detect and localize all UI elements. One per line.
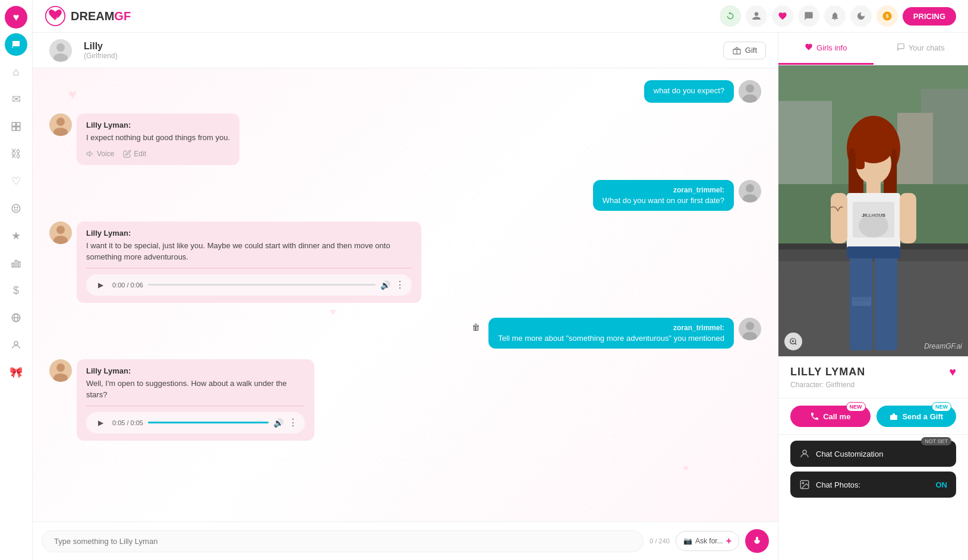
customize-label: Chat Customization	[816, 450, 883, 458]
sidebar-item-profile[interactable]: ♥	[5, 6, 27, 29]
sidebar-item-dollar[interactable]: $	[5, 279, 27, 302]
refresh-btn[interactable]	[720, 5, 741, 27]
delete-icon[interactable]: 🗑	[472, 322, 480, 332]
girl-name-row: LILLY LYMAN ♥	[790, 365, 956, 379]
chat-panel: Lilly (Girlfriend) Gift ♥ ♥ ♥ ♥ ♥ ♥	[33, 33, 778, 560]
not-set-badge: NOT SET	[921, 437, 951, 445]
sidebar-item-home[interactable]: ⌂	[5, 61, 27, 83]
gift-new-badge: NEW	[932, 402, 951, 412]
watermark: DreamGF.ai	[924, 342, 962, 350]
right-tabs: Girls info Your chats	[778, 33, 968, 65]
sidebar-item-gallery[interactable]	[5, 115, 27, 138]
chat-header-avatar	[49, 39, 72, 62]
chat-input[interactable]	[42, 530, 644, 552]
user-btn[interactable]	[746, 5, 767, 27]
audio-time: 0:05 / 0:05	[112, 419, 143, 426]
sidebar-item-ribbon[interactable]: 🎀	[5, 361, 27, 384]
message-actions: Voice Edit	[86, 150, 230, 158]
tab-girls-info-label: Girls info	[816, 43, 847, 52]
messages-btn[interactable]	[798, 5, 819, 27]
chats-icon	[897, 43, 905, 53]
sender-name: Lilly Lyman:	[86, 229, 412, 238]
ask-label: Ask for...	[695, 537, 723, 545]
svg-point-58	[859, 214, 888, 238]
mic-button[interactable]	[745, 529, 769, 553]
logo-gf: GF	[114, 10, 131, 23]
svg-point-6	[17, 207, 18, 208]
sidebar-item-avatar[interactable]	[5, 334, 27, 356]
user-bubble: 🗑 zoran_trimmel: Tell me more about "som…	[488, 318, 734, 349]
sender-name: zoran_trimmel:	[498, 324, 724, 332]
sender-name: Lilly Lyman:	[86, 121, 230, 129]
pricing-btn[interactable]: PRICING	[903, 7, 956, 26]
svg-rect-9	[18, 262, 20, 267]
user-avatar	[739, 80, 761, 103]
logo-icon	[45, 5, 66, 27]
app-logo: DREAMGF	[45, 5, 131, 27]
chat-input-area: 0 / 240 📷 Ask for... +	[33, 521, 778, 560]
sidebar-item-messages[interactable]: ✉	[5, 88, 27, 110]
photos-label: Chat Photos:	[816, 480, 860, 489]
play-btn[interactable]: ▶	[93, 416, 108, 430]
volume-icon[interactable]: 🔊	[273, 418, 283, 428]
camera-icon: 📷	[683, 537, 692, 545]
play-btn[interactable]: ▶	[93, 278, 108, 292]
svg-rect-3	[17, 127, 20, 131]
more-options[interactable]: ⋮	[395, 279, 405, 290]
message-text: What do you want on our first date?	[603, 196, 724, 205]
favorite-heart-icon[interactable]: ♥	[949, 365, 956, 379]
svg-rect-1	[17, 122, 20, 126]
sidebar-item-face[interactable]	[5, 197, 27, 220]
gift-button[interactable]: Gift	[723, 42, 766, 59]
chat-photos-button[interactable]: Chat Photos: ON	[790, 472, 956, 498]
svg-text:$: $	[886, 14, 889, 19]
sidebar-item-chart[interactable]	[5, 252, 27, 274]
volume-icon[interactable]: 🔊	[380, 280, 390, 290]
girls-info-icon	[805, 43, 813, 53]
bot-avatar	[49, 359, 72, 382]
user-avatar	[739, 318, 761, 340]
chat-header-name: Lilly	[84, 41, 118, 52]
hearts-btn[interactable]	[772, 5, 793, 27]
sidebar-item-chat[interactable]	[5, 33, 27, 56]
audio-progress-bar[interactable]	[148, 422, 269, 423]
audio-player[interactable]: ▶ 0:00 / 0:06 🔊 ⋮	[86, 274, 412, 296]
chat-header-info: Lilly (Girlfriend)	[84, 41, 118, 60]
edit-btn[interactable]: Edit	[123, 150, 146, 158]
tab-your-chats[interactable]: Your chats	[874, 33, 969, 65]
chat-customization-button[interactable]: NOT SET Chat Customization	[790, 441, 956, 467]
audio-player[interactable]: ▶ 0:05 / 0:05 🔊 ⋮	[86, 412, 305, 434]
ask-button[interactable]: 📷 Ask for... +	[676, 531, 739, 551]
svg-point-13	[14, 341, 18, 345]
svg-point-29	[746, 184, 754, 192]
left-sidebar: ♥ ⌂ ✉ ⛓ ♡ ★ $ 🎀	[0, 0, 33, 560]
plus-icon: +	[726, 536, 731, 546]
message-text: I expect nothing but good things from yo…	[86, 132, 230, 144]
tab-your-chats-label: Your chats	[909, 43, 945, 52]
sidebar-item-star[interactable]: ★	[5, 224, 27, 247]
svg-rect-59	[831, 193, 847, 243]
coin-btn[interactable]: $	[876, 5, 898, 27]
bot-bubble: Lilly Lyman: Well, I'm open to suggestio…	[77, 359, 314, 441]
sidebar-item-globe[interactable]	[5, 306, 27, 329]
tab-girls-info[interactable]: Girls info	[778, 33, 874, 65]
messages-area[interactable]: ♥ ♥ ♥ ♥ ♥ ♥ what do you expect?	[33, 68, 778, 521]
sidebar-item-link[interactable]: ⛓	[5, 143, 27, 165]
call-me-button[interactable]: NEW Call me	[790, 406, 871, 427]
more-options[interactable]: ⋮	[288, 417, 298, 428]
svg-point-5	[14, 207, 15, 208]
send-gift-button[interactable]: NEW Send a Gift	[876, 406, 957, 427]
message-text: what do you expect?	[654, 86, 724, 95]
bell-btn[interactable]	[824, 5, 846, 27]
moon-btn[interactable]	[850, 5, 872, 27]
message-row: what do you expect?	[45, 80, 766, 103]
gift-label: Send a Gift	[902, 412, 943, 421]
voice-btn[interactable]: Voice	[86, 150, 114, 158]
zoom-icon[interactable]	[784, 333, 802, 350]
sidebar-item-heart[interactable]: ♡	[5, 170, 27, 192]
girl-photo-svg: JILLHOUS	[778, 65, 968, 356]
audio-progress-bar[interactable]	[148, 284, 376, 286]
svg-rect-71	[890, 415, 897, 420]
top-nav: DREAMGF $ PRICING	[33, 0, 968, 33]
main-content: DREAMGF $ PRICING	[33, 0, 968, 560]
